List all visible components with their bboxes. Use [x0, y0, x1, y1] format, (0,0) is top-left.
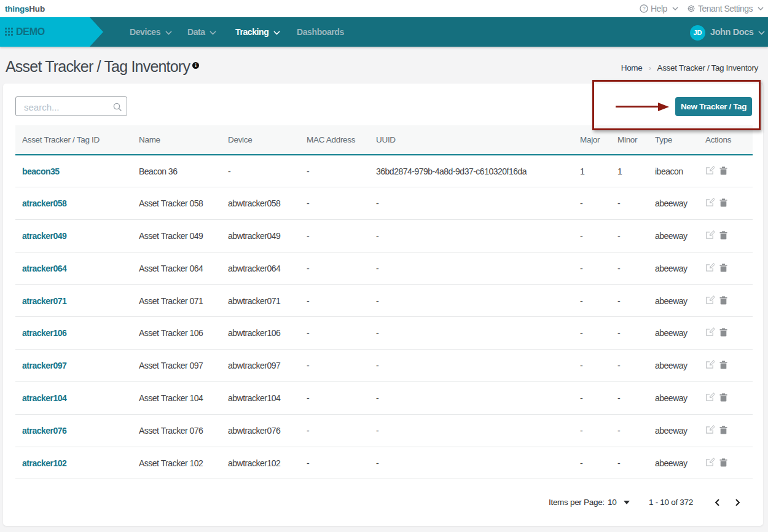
svg-text:?: ? — [643, 6, 646, 12]
